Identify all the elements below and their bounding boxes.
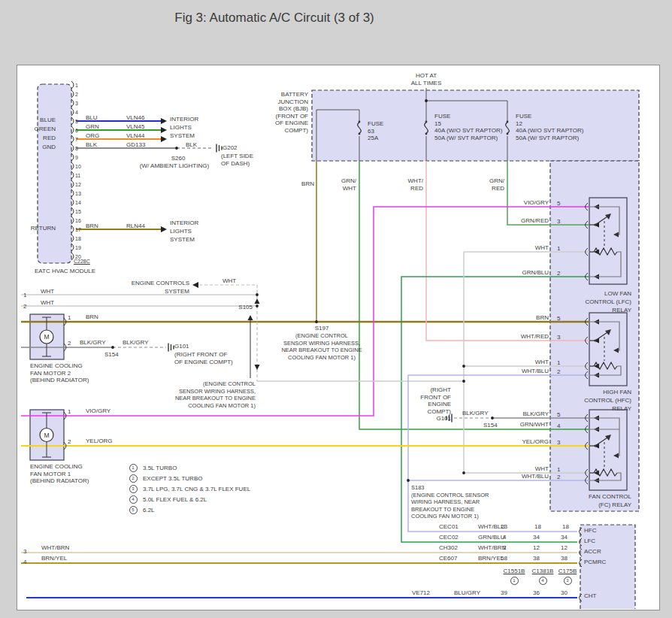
wire-color: VIO/GRY xyxy=(524,199,549,207)
pin-num: 18 xyxy=(562,523,569,531)
pin-num: 2 xyxy=(503,544,506,552)
fan-motor-2-label: ENGINE COOLING FAN MOTOR 2 (BEHIND RADIA… xyxy=(30,362,89,384)
pin-label-gnd: GND xyxy=(42,144,56,151)
relay-pin: 1 xyxy=(557,466,560,474)
wire-id: CEC02 xyxy=(439,534,459,541)
wire-color: BLK xyxy=(186,141,197,149)
wire-color: GRN/BLU xyxy=(522,269,549,277)
note-4: 5.0L FLEX FUEL & 6.2L xyxy=(143,496,207,504)
pin-num: 30 xyxy=(561,589,568,597)
wire-id: CE607 xyxy=(439,555,457,562)
ground-g202: G202 xyxy=(222,144,238,152)
wire-color: WHT xyxy=(41,288,54,295)
wire-color: GRN/RED xyxy=(521,217,549,225)
pin-num: 12 xyxy=(533,544,540,552)
wire-color: WHT/BLU xyxy=(522,368,549,375)
wire-color: BLK/GRY xyxy=(80,339,106,347)
wire-color: GRN/BLU xyxy=(478,534,505,541)
hot-at-all-times: HOT AT ALL TIMES xyxy=(411,72,441,86)
pin-num: 38 xyxy=(533,555,540,562)
wire-color: GRN/ WHT xyxy=(341,177,356,192)
s260-note: (W/ AMBIENT LIGHTING) xyxy=(140,162,209,170)
wire-id: VLN46 xyxy=(126,114,144,122)
note-1: 3.5L TURBO xyxy=(143,465,177,472)
wire-color: WHT xyxy=(222,277,236,285)
relay-pin: 3 xyxy=(557,218,560,226)
relay-pin: 3 xyxy=(557,439,560,447)
wire-color: WHT xyxy=(41,299,54,307)
pcm-pin-accr: ACCR xyxy=(584,548,601,556)
circled-note-5: 5 xyxy=(129,506,138,514)
connector-c1551b: C1551B xyxy=(504,568,525,575)
wire-color: BLK/GRY xyxy=(462,410,489,417)
wire-color: GRN xyxy=(86,123,99,131)
wire-color: YEL/ORG xyxy=(86,438,113,445)
wire-color: YEL/ORG xyxy=(522,438,549,446)
wire-color: BLK/GRY xyxy=(123,339,149,347)
wire-id: VLN45 xyxy=(126,123,144,131)
splice-s260: S260 xyxy=(171,155,186,162)
wire-color: BLU/GRY xyxy=(454,589,480,597)
connector-c175b: C175B xyxy=(558,568,577,575)
fuse-12-label: FUSE 12 40A (W/O SVT RAPTOR) 50A (W/ SVT… xyxy=(516,113,583,141)
fuse-15-label: FUSE 15 40A (W/O SVT RAPTOR) 50A (W/ SVT… xyxy=(434,113,502,141)
motor-pin: 2 xyxy=(68,438,71,446)
offpage-ref: 1 xyxy=(23,292,26,299)
wire-color: WHT/ RED xyxy=(408,177,423,192)
pin-label-green: GREEN xyxy=(35,126,56,133)
pcm-pin-lfc: LFC xyxy=(584,538,595,545)
engine-controls-system-label: ENGINE CONTROLS SYSTEM xyxy=(132,279,189,295)
fan-motor-1-label: ENGINE COOLING FAN MOTOR 1 (BEHIND RADIA… xyxy=(30,463,89,485)
pin-label-return: RETURN xyxy=(31,225,56,232)
wire-color: BRN xyxy=(86,223,98,230)
pin-num: 4 xyxy=(503,534,506,541)
wire-id: VLN44 xyxy=(126,132,144,140)
motor-pin: 1 xyxy=(68,314,71,322)
fc-relay-label: FAN CONTROL (FC) RELAY xyxy=(589,492,631,509)
labels-layer: BLUEGREENREDGNDRETURNBLUVLN46GRNVLN45ORG… xyxy=(0,0,672,618)
wire-color: BLK/GRY xyxy=(522,410,549,418)
note-2: EXCEPT 3.5L TURBO xyxy=(143,475,202,483)
circled-note-1: 1 xyxy=(510,577,519,585)
splice-s154: S154 xyxy=(104,351,119,359)
wire-color: GRN/ RED xyxy=(489,177,504,192)
interior-lights-system-label: INTERIOR LIGHTS SYSTEM xyxy=(170,115,198,140)
wire-color: WHT/BRN xyxy=(41,544,69,552)
pcm-pin-cht: CHT xyxy=(584,592,596,600)
splice-s183-note: S183 (ENGINE CONTROL SENSOR WIRING HARNE… xyxy=(411,484,489,520)
wire-color: WHT/BRN xyxy=(478,544,506,552)
motor-pin: 1 xyxy=(68,408,71,416)
g101-note: (RIGHT FRONT OF OF ENGINE COMPT) xyxy=(174,351,233,365)
page: { "title": "Fig 3: Automatic A/C Circuit… xyxy=(0,0,672,618)
pin-num: 38 xyxy=(561,555,568,562)
relay-pin: 1 xyxy=(557,359,560,367)
ground-g101: G101 xyxy=(174,343,189,350)
pin-label-blue: BLUE xyxy=(40,117,56,124)
relay-pin: 5 xyxy=(557,411,560,419)
wire-color: ORG xyxy=(86,132,99,140)
wire-color: BRN xyxy=(301,180,314,188)
wire-color: GRN/WHT xyxy=(520,421,549,429)
g101-right-label: (RIGHT FRONT OF ENGINE COMPT) G101 xyxy=(420,386,451,423)
wire-color: VIO/GRY xyxy=(86,407,110,415)
splice-s154: S154 xyxy=(483,422,498,429)
motor-pin: 2 xyxy=(68,340,71,347)
wire-id: RLN44 xyxy=(126,223,145,230)
relay-pin: 5 xyxy=(557,200,560,208)
interior-lights-system-label: INTERIOR LIGHTS SYSTEM xyxy=(170,219,198,244)
wire-id: VE712 xyxy=(412,589,430,597)
wire-color: WHT/BLU xyxy=(522,473,549,480)
relay-pin: 3 xyxy=(557,334,560,341)
circled-note-1: 1 xyxy=(129,464,138,472)
bjb-label: BATTERY JUNCTION BOX (BJB) (FRONT OF OF … xyxy=(275,91,308,134)
wire-color: WHT xyxy=(535,359,549,366)
wire-color: BRN xyxy=(86,314,98,321)
wire-color: BRN xyxy=(536,314,549,322)
pin-num: 18 xyxy=(534,523,541,531)
splice-s197: S197 xyxy=(315,325,329,332)
circled-note-4: 4 xyxy=(539,577,547,585)
offpage-ref: 3 xyxy=(23,548,26,556)
wire-id: GD133 xyxy=(126,141,145,149)
wire-color: WHT xyxy=(535,465,549,473)
offpage-ref: 2 xyxy=(23,303,26,311)
